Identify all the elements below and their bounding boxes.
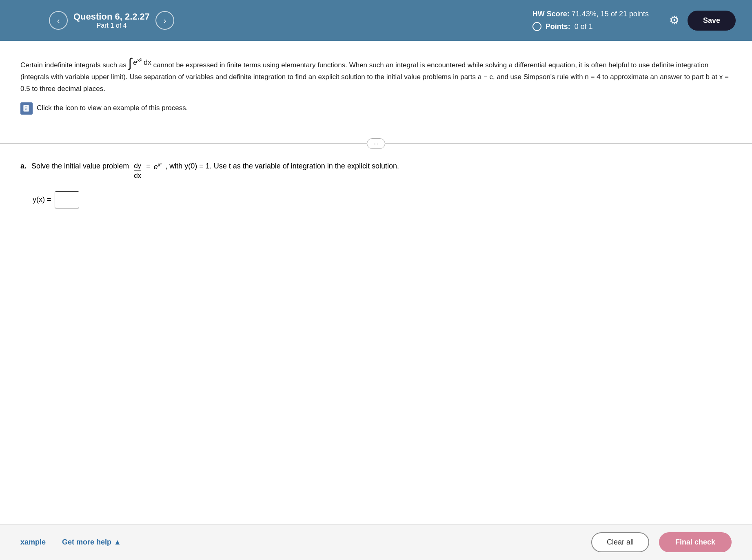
hw-score-value: 71.43%, 15 of 21 points bbox=[572, 10, 649, 18]
book-icon[interactable] bbox=[20, 102, 33, 115]
question-title-block: Question 6, 2.2.27 Part 1 of 4 bbox=[73, 11, 150, 29]
footer-left: xample Get more help ▲ bbox=[20, 538, 121, 547]
get-more-help-label: Get more help bbox=[62, 538, 111, 547]
prev-question-button[interactable]: ‹ bbox=[49, 11, 68, 30]
get-more-help-button[interactable]: Get more help ▲ bbox=[62, 538, 121, 547]
problem-text: Certain indefinite integrals such as ∫ex… bbox=[20, 56, 732, 95]
footer-right: Clear all Final check bbox=[591, 532, 732, 552]
answer-row: y(x) = bbox=[33, 191, 732, 208]
divider-line-right bbox=[385, 143, 752, 144]
equals-sign: = bbox=[146, 162, 151, 170]
help-arrow-icon: ▲ bbox=[114, 538, 121, 547]
final-check-button[interactable]: Final check bbox=[659, 532, 732, 552]
problem-section-a: a. Solve the initial value problem dy dx… bbox=[0, 162, 752, 208]
ex-squared: ex² bbox=[154, 162, 162, 171]
integral-sign-icon: ∫ bbox=[129, 56, 132, 69]
example-icon-row: Click the icon to view an example of thi… bbox=[20, 102, 732, 115]
click-example-text[interactable]: Click the icon to view an example of thi… bbox=[37, 102, 188, 114]
section-divider: ··· bbox=[0, 138, 752, 149]
problem-a-solve-text: Solve the initial value problem bbox=[31, 162, 129, 170]
points-label: Points: bbox=[546, 20, 570, 33]
question-title: Question 6, 2.2.27 bbox=[73, 11, 150, 22]
example-link[interactable]: xample bbox=[20, 538, 46, 547]
divider-dots: ··· bbox=[367, 138, 386, 149]
clear-all-button[interactable]: Clear all bbox=[591, 532, 649, 552]
next-question-button[interactable]: › bbox=[155, 11, 174, 30]
header-actions: ⚙ Save bbox=[669, 11, 736, 31]
hw-score-label: HW Score: bbox=[532, 10, 570, 18]
question-nav: ‹ Question 6, 2.2.27 Part 1 of 4 › bbox=[49, 11, 174, 30]
header: ‹ Question 6, 2.2.27 Part 1 of 4 › HW Sc… bbox=[0, 0, 752, 41]
answer-input[interactable] bbox=[55, 191, 79, 208]
problem-a-suffix: , with y(0) = 1. Use t as the variable o… bbox=[165, 162, 399, 170]
integral-expression: ∫ex² dx bbox=[129, 56, 151, 69]
problem-a-label: a. bbox=[20, 162, 27, 170]
settings-gear-button[interactable]: ⚙ bbox=[669, 15, 679, 26]
save-button[interactable]: Save bbox=[688, 11, 736, 31]
problem-description: Certain indefinite integrals such as ∫ex… bbox=[0, 41, 752, 127]
problem-a-statement: a. Solve the initial value problem dy dx… bbox=[20, 162, 732, 180]
score-block: HW Score: 71.43%, 15 of 21 points Points… bbox=[532, 8, 649, 33]
divider-line-left bbox=[0, 143, 367, 144]
question-part: Part 1 of 4 bbox=[73, 22, 150, 29]
footer: xample Get more help ▲ Clear all Final c… bbox=[0, 524, 752, 560]
dy-dx-fraction: dy dx bbox=[134, 162, 141, 180]
answer-label: y(x) = bbox=[33, 195, 51, 204]
points-value: 0 of 1 bbox=[575, 20, 593, 33]
points-circle-icon bbox=[532, 22, 541, 31]
